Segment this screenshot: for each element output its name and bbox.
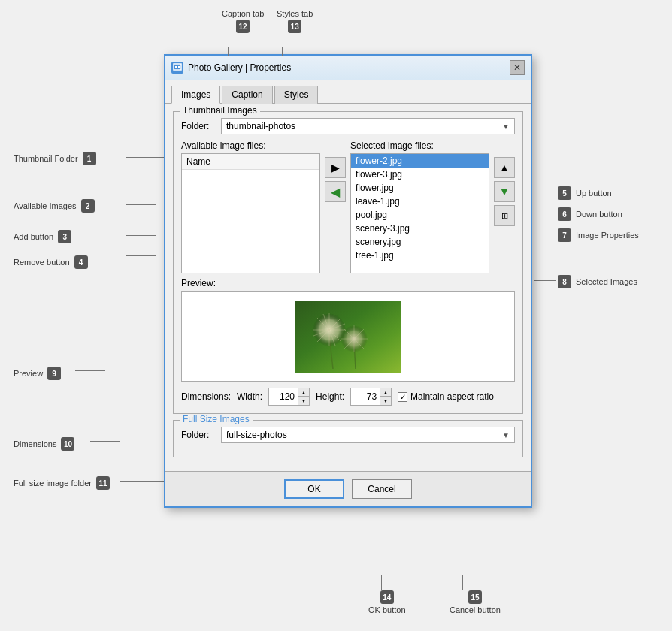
thumbnail-folder-select[interactable]: thumbnail-photos ▼ xyxy=(221,118,515,134)
height-up-spin[interactable]: ▲ xyxy=(380,388,391,397)
fullsize-folder-field-label: Folder: xyxy=(181,430,215,440)
dimensions-annotation: Dimensions 10 xyxy=(14,437,74,451)
available-listbox[interactable]: Name xyxy=(181,153,320,273)
list-item[interactable]: flower-2.jpg xyxy=(351,154,489,168)
tab-styles[interactable]: Styles xyxy=(274,86,319,104)
styles-tab-annotation: Styles tab 13 xyxy=(277,9,313,33)
available-images-annotation: Available Images 2 xyxy=(14,199,95,213)
cancel-button[interactable]: Cancel xyxy=(352,479,412,499)
selected-images-label: Selected Images xyxy=(576,277,637,286)
thumbnail-folder-row: Folder: thumbnail-photos ▼ xyxy=(181,118,515,134)
fullsize-folder-badge: 11 xyxy=(96,476,110,490)
width-up-spin[interactable]: ▲ xyxy=(298,388,309,397)
down-button-badge: 6 xyxy=(558,207,571,221)
list-item[interactable]: flower-3.jpg xyxy=(351,168,489,181)
image-properties-label: Image Properties xyxy=(576,231,639,240)
width-input[interactable] xyxy=(269,390,298,403)
thumbnail-group-title: Thumbnail Images xyxy=(180,105,260,116)
preview-image xyxy=(295,301,401,373)
dialog-icon xyxy=(171,62,183,74)
line-selected-images xyxy=(534,280,556,281)
titlebar-left: Photo Gallery | Properties xyxy=(171,62,291,74)
ok-button[interactable]: OK xyxy=(284,479,344,499)
fullsize-folder-select[interactable]: full-size-photos ▼ xyxy=(221,427,515,443)
dialog-title: Photo Gallery | Properties xyxy=(188,62,291,73)
fullsize-folder-row: Folder: full-size-photos ▼ xyxy=(181,427,515,443)
dimensions-badge: 10 xyxy=(61,437,74,451)
line-cancel xyxy=(462,575,463,590)
preview-box xyxy=(181,291,515,382)
dialog-bottom: OK Cancel xyxy=(165,471,531,506)
image-properties-badge: 7 xyxy=(558,228,571,242)
remove-button[interactable]: ◀ xyxy=(325,181,346,202)
list-item[interactable]: flower.jpg xyxy=(351,181,489,195)
dimensions-row: Dimensions: Width: ▲ ▼ Height: ▲ ▼ xyxy=(181,388,515,406)
preview-label-ann: Preview xyxy=(14,369,43,378)
styles-tab-badge: 13 xyxy=(288,20,301,33)
down-button[interactable]: ▼ xyxy=(494,181,515,202)
thumbnail-folder-annotation: Thumbnail Folder 1 xyxy=(14,152,96,165)
titlebar: Photo Gallery | Properties ✕ xyxy=(165,56,531,80)
add-button-label: Add button xyxy=(14,232,53,241)
transfer-buttons: ▶ ◀ xyxy=(325,140,346,202)
list-item[interactable]: scenery.jpg xyxy=(351,235,489,249)
image-properties-annotation: 7 Image Properties xyxy=(558,228,639,242)
thumbnail-folder-value: thumbnail-photos xyxy=(226,121,295,131)
list-item[interactable]: scenery-3.jpg xyxy=(351,222,489,235)
height-label: Height: xyxy=(316,391,344,402)
line-down-button xyxy=(534,213,556,213)
up-button-badge: 5 xyxy=(558,186,571,200)
aspect-ratio-control[interactable]: ✓ Maintain aspect ratio xyxy=(398,391,494,402)
line-styles-tab xyxy=(282,47,283,56)
down-button-label: Down button xyxy=(576,210,622,219)
available-listbox-header: Name xyxy=(182,154,319,170)
thumbnail-group: Thumbnail Images Folder: thumbnail-photo… xyxy=(173,111,523,414)
cancel-button-annotation: 15 Cancel button xyxy=(450,590,501,614)
thumbnail-folder-badge: 1 xyxy=(83,152,96,165)
preview-label: Preview: xyxy=(181,278,515,288)
list-item[interactable]: pool.jpg xyxy=(351,208,489,222)
selected-column-label: Selected image files: xyxy=(350,140,489,151)
caption-tab-label: Caption tab xyxy=(222,9,264,18)
dimensions-label-ann: Dimensions xyxy=(14,439,56,448)
tab-images[interactable]: Images xyxy=(171,86,220,104)
ok-button-badge: 14 xyxy=(380,590,394,604)
dialog-content: Thumbnail Images Folder: thumbnail-photo… xyxy=(165,104,531,471)
caption-tab-badge: 12 xyxy=(236,20,250,33)
line-up-button xyxy=(534,192,556,192)
remove-button-badge: 4 xyxy=(74,255,88,269)
tab-bar: Images Caption Styles xyxy=(165,80,531,104)
fullsize-folder-value: full-size-photos xyxy=(226,430,287,440)
up-button-label: Up button xyxy=(576,189,612,198)
cancel-button-badge: 15 xyxy=(468,590,482,604)
available-images-label: Available Images xyxy=(14,201,77,210)
properties-button[interactable]: ⊞ xyxy=(494,205,515,226)
line-ok xyxy=(381,575,382,590)
up-button-annotation: 5 Up button xyxy=(558,186,612,200)
selected-listbox[interactable]: flower-2.jpg flower-3.jpg flower.jpg lea… xyxy=(350,153,489,273)
height-down-spin[interactable]: ▼ xyxy=(380,397,391,405)
height-input-wrap: ▲ ▼ xyxy=(350,388,392,406)
line-remove-button xyxy=(126,255,156,256)
list-item[interactable]: tree-1.jpg xyxy=(351,249,489,262)
aspect-label: Maintain aspect ratio xyxy=(410,391,494,402)
list-item[interactable]: leave-1.jpg xyxy=(351,195,489,208)
height-input[interactable] xyxy=(351,390,380,403)
preview-badge: 9 xyxy=(47,367,61,380)
remove-button-label: Remove button xyxy=(14,258,70,267)
thumbnail-folder-field-label: Folder: xyxy=(181,121,215,131)
available-column-label: Available image files: xyxy=(181,140,320,151)
line-preview xyxy=(75,370,105,371)
aspect-checkbox[interactable]: ✓ xyxy=(398,392,407,402)
close-button[interactable]: ✕ xyxy=(510,60,525,75)
fullsize-folder-arrow: ▼ xyxy=(502,431,510,439)
height-spinners: ▲ ▼ xyxy=(380,388,391,405)
tab-caption[interactable]: Caption xyxy=(222,86,272,104)
width-down-spin[interactable]: ▼ xyxy=(298,397,309,405)
dialog: Photo Gallery | Properties ✕ Images Capt… xyxy=(164,54,532,508)
add-button[interactable]: ▶ xyxy=(325,157,346,178)
line-caption-tab xyxy=(228,47,229,56)
up-button[interactable]: ▲ xyxy=(494,157,515,178)
fullsize-group: Full Size Images Folder: full-size-photo… xyxy=(173,420,523,457)
selected-column: Selected image files: flower-2.jpg flowe… xyxy=(350,140,489,273)
